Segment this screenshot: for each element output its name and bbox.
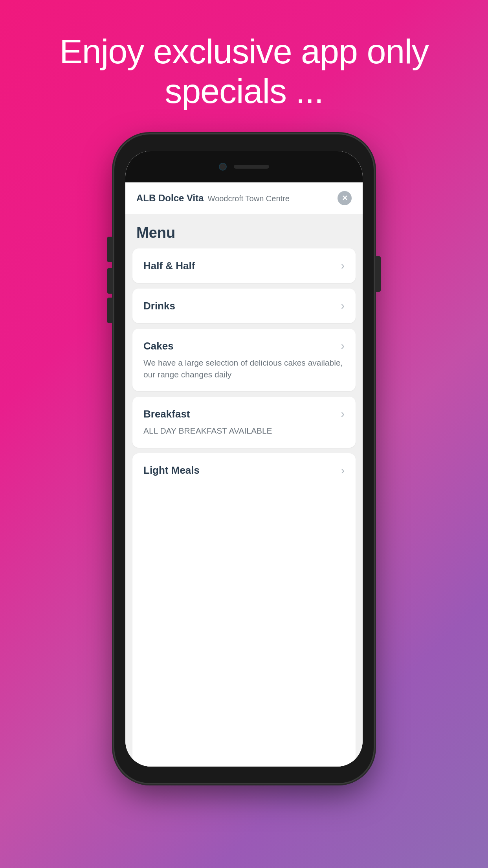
menu-item-subtitle: ALL DAY BREAKFAST AVAILABLE — [143, 425, 345, 436]
menu-item-header: Breakfast › — [143, 408, 345, 420]
close-button[interactable] — [338, 191, 352, 205]
menu-item-cakes[interactable]: Cakes › We have a large selection of del… — [132, 329, 356, 391]
menu-item-subtitle: We have a large selection of delicious c… — [143, 357, 345, 380]
phone-screen: ALB Dolce Vita Woodcroft Town Centre Men… — [125, 151, 363, 767]
promo-headline: Enjoy exclusive app only specials ... — [36, 31, 452, 111]
chevron-icon: › — [341, 300, 345, 312]
phone-mockup: ALB Dolce Vita Woodcroft Town Centre Men… — [114, 134, 374, 783]
chevron-icon: › — [341, 340, 345, 352]
restaurant-location: Woodcroft Town Centre — [208, 194, 290, 203]
menu-item-header: Cakes › — [143, 340, 345, 352]
menu-item-title: Half & Half — [143, 260, 195, 272]
camera-icon — [219, 163, 227, 171]
app-header: ALB Dolce Vita Woodcroft Town Centre — [125, 182, 363, 214]
menu-item-title: Drinks — [143, 300, 175, 312]
menu-item-header: Light Meals › — [143, 464, 345, 477]
menu-heading-section: Menu — [125, 214, 363, 248]
menu-item-title: Light Meals — [143, 464, 200, 476]
menu-item-header: Half & Half › — [143, 259, 345, 272]
menu-list: Half & Half › Drinks › C — [125, 248, 363, 767]
phone-top-bar — [125, 151, 363, 182]
chevron-icon: › — [341, 408, 345, 420]
header-title-group: ALB Dolce Vita Woodcroft Town Centre — [136, 193, 290, 204]
menu-item-title: Cakes — [143, 340, 174, 352]
chevron-icon: › — [341, 259, 345, 272]
phone-frame: ALB Dolce Vita Woodcroft Town Centre Men… — [114, 134, 374, 783]
app-content: ALB Dolce Vita Woodcroft Town Centre Men… — [125, 182, 363, 767]
menu-item-breakfast[interactable]: Breakfast › ALL DAY BREAKFAST AVAILABLE — [132, 397, 356, 447]
menu-item-drinks[interactable]: Drinks › — [132, 289, 356, 323]
menu-item-title: Breakfast — [143, 408, 190, 420]
menu-item-header: Drinks › — [143, 300, 345, 312]
menu-heading: Menu — [136, 224, 175, 241]
restaurant-brand: ALB Dolce Vita — [136, 193, 204, 204]
chevron-icon: › — [341, 464, 345, 477]
menu-item-light-meals[interactable]: Light Meals › — [132, 453, 356, 767]
speaker-bar — [234, 165, 269, 169]
menu-item-half-half[interactable]: Half & Half › — [132, 248, 356, 283]
